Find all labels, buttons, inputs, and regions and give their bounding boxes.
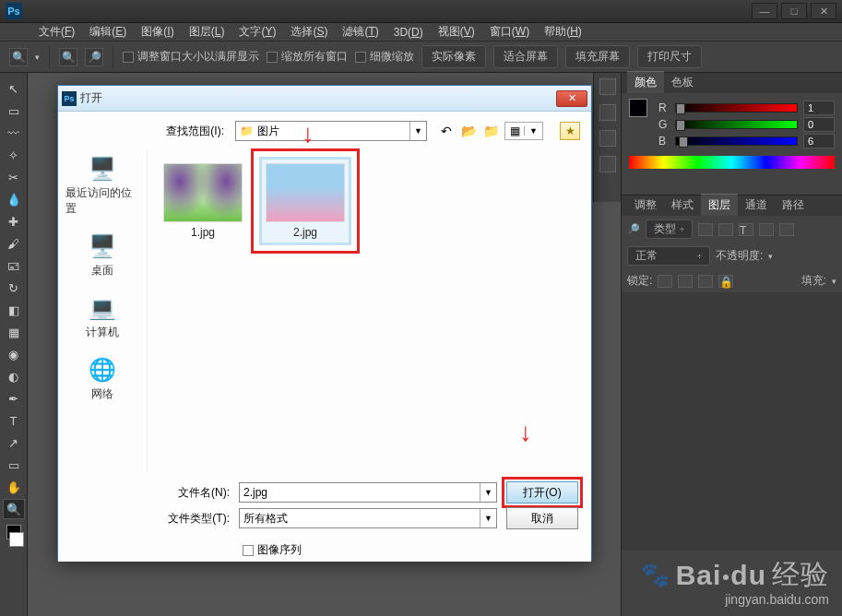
r-slider[interactable] (675, 103, 798, 113)
new-folder-icon[interactable]: 📁 (482, 123, 499, 139)
tab-styles[interactable]: 样式 (664, 195, 701, 216)
filetype-select[interactable]: 所有格式▼ (239, 508, 497, 528)
eraser-tool-icon[interactable]: ◧ (3, 300, 25, 320)
dialog-close-button[interactable]: ✕ (556, 90, 587, 107)
filter-shape-icon[interactable] (759, 223, 774, 236)
fg-color-swatch[interactable] (629, 99, 647, 117)
marquee-tool-icon[interactable]: ▭ (3, 101, 25, 121)
shape-tool-icon[interactable]: ▭ (3, 455, 25, 475)
fit-screen-button[interactable]: 适合屏幕 (493, 45, 558, 68)
history-brush-icon[interactable]: ↻ (3, 278, 25, 298)
menu-edit[interactable]: 编辑(E) (82, 22, 134, 41)
layer-filter-select[interactable]: 类型÷ (646, 219, 693, 239)
dock-icon-1[interactable] (599, 78, 616, 95)
hand-tool-icon[interactable]: ✋ (3, 477, 25, 497)
g-value[interactable]: 0 (803, 117, 835, 132)
tab-paths[interactable]: 路径 (775, 195, 812, 216)
fill-screen-button[interactable]: 填充屏幕 (565, 45, 630, 68)
path-select-icon[interactable]: ↗ (3, 432, 25, 453)
image-sequence-checkbox[interactable]: 图像序列 (147, 533, 578, 558)
folder-select[interactable]: 📁 图片 ▼ (235, 121, 427, 141)
dialog-titlebar[interactable]: Ps 打开 ✕ (58, 86, 591, 112)
filter-type-icon[interactable]: T (739, 223, 753, 236)
dock-icon-4[interactable] (599, 156, 616, 172)
background-swatch[interactable] (9, 532, 24, 547)
resize-window-checkbox[interactable]: 调整窗口大小以满屏显示 (123, 49, 259, 65)
hue-strip[interactable] (629, 156, 835, 169)
heal-tool-icon[interactable]: ✚ (3, 211, 25, 231)
menu-file[interactable]: 文件(F) (31, 22, 82, 41)
b-value[interactable]: 6 (803, 134, 835, 148)
filter-pixel-icon[interactable] (698, 223, 713, 236)
lock-all-icon[interactable]: 🔒 (718, 275, 733, 288)
zoom-out-icon[interactable]: 🔎 (85, 48, 103, 66)
menu-type[interactable]: 文字(Y) (231, 22, 283, 41)
toolbox: ↖ ▭ 〰 ✧ ✂ 💧 ✚ 🖌 🖃 ↻ ◧ ▦ ◉ ◐ ✒ T ↗ ▭ ✋ 🔍 (0, 73, 28, 616)
print-size-button[interactable]: 打印尺寸 (637, 45, 702, 68)
close-app-button[interactable]: ✕ (811, 3, 836, 19)
up-folder-icon[interactable]: 📂 (460, 123, 477, 139)
brush-tool-icon[interactable]: 🖌 (3, 233, 25, 254)
filename-input[interactable]: 2.jpg▼ (239, 482, 497, 503)
lock-move-icon[interactable] (698, 275, 713, 288)
color-swatches[interactable] (0, 525, 27, 547)
menu-select[interactable]: 选择(S) (283, 22, 335, 41)
g-slider[interactable] (675, 120, 798, 129)
menu-3d[interactable]: 3D(D) (386, 24, 431, 41)
sidebar-item-computer[interactable]: 💻计算机 (65, 290, 139, 344)
menu-view[interactable]: 视图(V) (431, 22, 482, 41)
actual-pixels-button[interactable]: 实际像素 (421, 45, 486, 68)
menu-help[interactable]: 帮助(H) (537, 22, 589, 41)
maximize-button[interactable]: □ (781, 3, 807, 19)
tab-swatches[interactable]: 色板 (664, 72, 701, 93)
scrubby-zoom-checkbox[interactable]: 细微缩放 (355, 49, 414, 65)
lock-paint-icon[interactable] (678, 275, 693, 288)
dock-icon-2[interactable] (599, 104, 616, 121)
zoom-tool-icon[interactable]: 🔍 (3, 499, 25, 519)
gradient-tool-icon[interactable]: ▦ (3, 322, 25, 342)
menu-image[interactable]: 图像(I) (134, 22, 181, 41)
blur-tool-icon[interactable]: ◉ (3, 344, 25, 364)
menu-layer[interactable]: 图层(L) (182, 22, 232, 41)
dock-icon-3[interactable] (599, 130, 616, 147)
dropdown-icon[interactable]: ▼ (409, 122, 426, 140)
open-button[interactable]: 打开(O) (506, 481, 578, 503)
b-slider[interactable] (675, 136, 798, 146)
cancel-button[interactable]: 取消 (506, 507, 578, 529)
sidebar-item-recent[interactable]: 🖥️最近访问的位置 (65, 150, 139, 220)
tab-layers[interactable]: 图层 (701, 194, 738, 216)
file-item-1[interactable]: 1.jpg (157, 160, 249, 243)
move-tool-icon[interactable]: ↖ (3, 78, 25, 99)
dropdown-icon[interactable]: ▼ (480, 483, 496, 502)
minimize-button[interactable]: — (752, 3, 777, 19)
dodge-tool-icon[interactable]: ◐ (3, 366, 25, 386)
zoom-all-checkbox[interactable]: 缩放所有窗口 (267, 49, 348, 65)
menu-window[interactable]: 窗口(W) (482, 22, 537, 41)
file-item-2[interactable]: 2.jpg (259, 157, 351, 245)
type-tool-icon[interactable]: T (3, 410, 25, 431)
back-button-icon[interactable]: ↶ (438, 123, 455, 139)
pen-tool-icon[interactable]: ✒ (3, 388, 25, 409)
sidebar-item-network[interactable]: 🌐网络 (65, 351, 139, 406)
eyedropper-tool-icon[interactable]: 💧 (3, 189, 25, 209)
lasso-tool-icon[interactable]: 〰 (3, 123, 25, 143)
tab-color[interactable]: 颜色 (627, 71, 664, 93)
stamp-tool-icon[interactable]: 🖃 (3, 255, 25, 276)
lock-transparent-icon[interactable] (658, 275, 672, 288)
r-value[interactable]: 1 (803, 101, 835, 115)
dropdown-icon[interactable]: ▾ (35, 53, 40, 62)
blend-mode-select[interactable]: 正常÷ (627, 246, 710, 266)
wand-tool-icon[interactable]: ✧ (3, 145, 25, 165)
favorite-button[interactable]: ★ (560, 122, 580, 140)
crop-tool-icon[interactable]: ✂ (3, 167, 25, 187)
view-menu-button[interactable]: ▦▼ (504, 122, 543, 140)
dropdown-icon[interactable]: ▼ (480, 509, 496, 527)
filter-adjust-icon[interactable] (718, 223, 733, 236)
zoom-tool-icon[interactable]: 🔍 (9, 48, 28, 66)
menu-filter[interactable]: 滤镜(T) (335, 22, 385, 41)
zoom-in-icon[interactable]: 🔍 (59, 48, 77, 66)
tab-adjustments[interactable]: 调整 (627, 195, 664, 216)
filter-smart-icon[interactable] (779, 223, 794, 236)
tab-channels[interactable]: 通道 (738, 195, 775, 216)
sidebar-item-desktop[interactable]: 🖥️桌面 (65, 228, 139, 282)
